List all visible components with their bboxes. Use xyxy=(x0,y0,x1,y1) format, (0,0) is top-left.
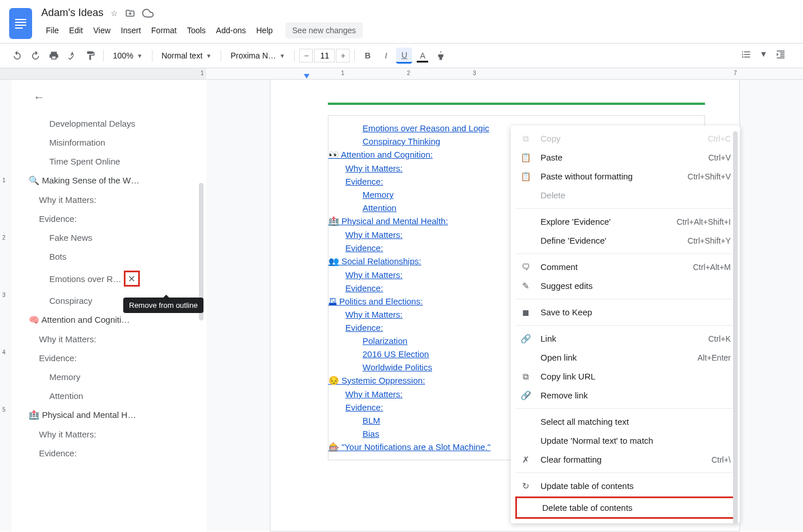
menu-file[interactable]: File xyxy=(41,24,64,37)
ctx-update-toc[interactable]: ↻ Update table of contents xyxy=(511,476,740,495)
ctx-save-keep[interactable]: ◼ Save to Keep xyxy=(511,303,740,322)
outline-item-label: Attention xyxy=(49,391,83,401)
menu-format[interactable]: Format xyxy=(147,24,181,37)
docs-logo[interactable] xyxy=(9,8,32,39)
outline-item-label: 🏥 Physical and Mental H… xyxy=(29,410,136,420)
remove-from-outline-button[interactable]: ✕ xyxy=(124,271,140,287)
ctx-paste[interactable]: 📋 PasteCtrl+V xyxy=(511,148,740,167)
font-size-increase[interactable]: + xyxy=(336,49,350,62)
outline-item[interactable]: Bots xyxy=(29,247,206,266)
menu-help[interactable]: Help xyxy=(252,24,277,37)
menu-view[interactable]: View xyxy=(89,24,115,37)
highlight-button[interactable] xyxy=(433,48,449,64)
vertical-ruler[interactable]: 1 2 3 4 5 xyxy=(0,80,11,531)
cloud-status-icon[interactable] xyxy=(142,7,154,19)
outline-item-label: Why it Matters: xyxy=(39,195,96,205)
outline-item[interactable]: Fake News xyxy=(29,228,206,247)
ctx-select-matching[interactable]: Select all matching text xyxy=(511,412,740,431)
outline-collapse-button[interactable]: ← xyxy=(29,87,49,107)
ctx-link[interactable]: 🔗 LinkCtrl+K xyxy=(511,329,740,348)
outline-item[interactable]: Why it Matters: xyxy=(29,190,206,209)
outline-item[interactable]: Developmental Delays xyxy=(29,114,206,133)
ctx-define[interactable]: Define 'Evidence'Ctrl+Shift+Y xyxy=(511,231,740,250)
outline-item-label: Evidence: xyxy=(39,448,77,458)
font-select[interactable]: Proxima N…▼ xyxy=(226,49,289,62)
outline-item[interactable]: 🧠 Attention and Cogniti… xyxy=(29,310,206,330)
outline-item-label: Emotions over R… xyxy=(49,274,122,284)
outline-item[interactable]: Evidence: xyxy=(29,444,206,463)
style-select[interactable]: Normal text▼ xyxy=(157,49,216,62)
toolbar-right-icons: ▼ xyxy=(741,49,786,60)
indent-icon[interactable] xyxy=(775,49,786,60)
outline-item-label: Evidence: xyxy=(39,214,77,224)
ruler-indent-marker[interactable] xyxy=(304,74,310,79)
remove-from-outline-tooltip: Remove from outline xyxy=(123,298,203,313)
outline-item[interactable]: Attention xyxy=(29,386,206,405)
text-color-button[interactable]: A xyxy=(414,48,430,64)
ctx-clear-formatting[interactable]: ✗ Clear formattingCtrl+\ xyxy=(511,450,740,469)
ctx-scrollbar[interactable] xyxy=(733,131,738,523)
print-button[interactable] xyxy=(46,48,62,64)
outline-item-label: Memory xyxy=(49,372,80,382)
clear-format-icon: ✗ xyxy=(520,455,531,465)
comment-icon: 🗨 xyxy=(520,262,531,272)
outline-item-label: Conspiracy xyxy=(49,296,92,306)
context-menu: ⧉ CopyCtrl+C 📋 PasteCtrl+V 📋 Paste witho… xyxy=(511,126,740,523)
star-icon[interactable]: ☆ xyxy=(111,9,118,18)
outline-item[interactable]: Why it Matters: xyxy=(29,330,206,349)
app-header: Adam's Ideas ☆ File Edit View Insert For… xyxy=(0,0,803,43)
undo-button[interactable] xyxy=(9,48,25,64)
outline-item[interactable]: 🔍 Making Sense of the W… xyxy=(29,171,206,190)
menu-addons[interactable]: Add-ons xyxy=(211,24,250,37)
refresh-icon: ↻ xyxy=(520,481,531,491)
ctx-remove-link[interactable]: 🔗̸ Remove link xyxy=(511,386,740,405)
outline-item-label: Time Spent Online xyxy=(49,157,120,166)
ctx-delete-toc[interactable]: Delete table of contents xyxy=(515,496,735,519)
move-icon[interactable] xyxy=(125,8,135,18)
font-size-input[interactable] xyxy=(314,49,335,62)
italic-button[interactable]: I xyxy=(378,48,394,64)
ctx-comment[interactable]: 🗨 CommentCtrl+Alt+M xyxy=(511,257,740,276)
outline-item[interactable]: Misinformation xyxy=(29,133,206,152)
ctx-delete: Delete xyxy=(511,186,740,205)
see-new-changes[interactable]: See new changes xyxy=(285,22,363,38)
ruler-tick: 1 xyxy=(201,70,204,76)
numbered-list-icon[interactable] xyxy=(741,49,751,60)
ruler-tick: 7 xyxy=(734,70,737,76)
horizontal-ruler[interactable]: 1 1 2 3 7 xyxy=(0,68,803,80)
ctx-suggest[interactable]: ✎ Suggest edits xyxy=(511,276,740,295)
menu-bar: File Edit View Insert Format Tools Add-o… xyxy=(41,21,794,43)
outline-item[interactable]: Evidence: xyxy=(29,349,206,367)
zoom-select[interactable]: 100%▼ xyxy=(108,49,147,62)
outline-item-label: Evidence: xyxy=(39,353,77,363)
ctx-copy[interactable]: ⧉ CopyCtrl+C xyxy=(511,129,740,148)
outline-item-label: 🔍 Making Sense of the W… xyxy=(29,175,139,185)
outline-item[interactable]: Evidence: xyxy=(29,209,206,228)
bold-button[interactable]: B xyxy=(359,48,375,64)
outline-item[interactable]: Why it Matters: xyxy=(29,425,206,444)
underline-button[interactable]: U xyxy=(396,48,412,64)
suggest-icon: ✎ xyxy=(520,281,531,291)
outline-item-label: Bots xyxy=(49,252,66,261)
spellcheck-button[interactable] xyxy=(64,48,80,64)
outline-item[interactable]: 🏥 Physical and Mental H… xyxy=(29,405,206,425)
ctx-paste-nofmt[interactable]: 📋 Paste without formattingCtrl+Shift+V xyxy=(511,167,740,186)
page-divider xyxy=(328,103,705,105)
ctx-update-normal[interactable]: Update 'Normal text' to match xyxy=(511,431,740,450)
outline-item[interactable]: Time Spent Online xyxy=(29,152,206,171)
font-size-decrease[interactable]: − xyxy=(299,49,313,62)
menu-tools[interactable]: Tools xyxy=(182,24,210,37)
ctx-explore[interactable]: Explore 'Evidence'Ctrl+Alt+Shift+I xyxy=(511,212,740,231)
redo-button[interactable] xyxy=(28,48,44,64)
dropdown-arrow-icon[interactable]: ▼ xyxy=(759,49,767,60)
paint-format-button[interactable] xyxy=(83,48,99,64)
document-title[interactable]: Adam's Ideas xyxy=(41,7,104,19)
outline-item[interactable]: Emotions over R…✕ xyxy=(29,266,206,291)
document-outline: ← Developmental DelaysMisinformationTime… xyxy=(11,80,206,531)
outline-item[interactable]: Memory xyxy=(29,367,206,386)
toolbar: 100%▼ Normal text▼ Proxima N…▼ − + B I U… xyxy=(0,43,803,68)
ctx-open-link[interactable]: Open linkAlt+Enter xyxy=(511,348,740,367)
ctx-copy-link[interactable]: ⧉ Copy link URL xyxy=(511,367,740,386)
menu-edit[interactable]: Edit xyxy=(65,24,88,37)
menu-insert[interactable]: Insert xyxy=(116,24,146,37)
